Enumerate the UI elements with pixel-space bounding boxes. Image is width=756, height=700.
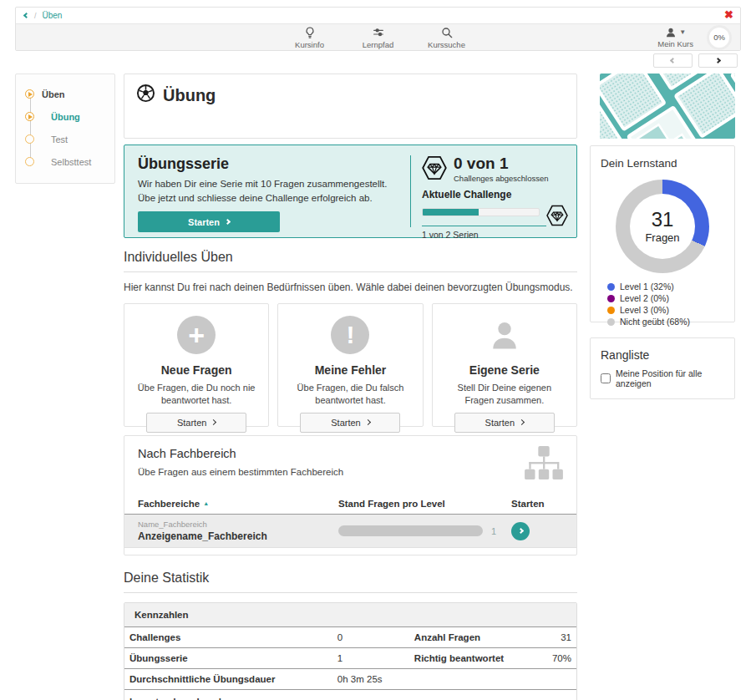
nav-item-lernpfad[interactable]: Lernpfad: [355, 26, 402, 49]
page-header: Übung: [124, 74, 577, 139]
sidebar-item-label: Übung: [51, 112, 80, 122]
current-challenge-label: Aktuelle Challenge: [422, 189, 568, 200]
legend-dot-level2: [607, 295, 615, 302]
person-icon: [433, 316, 576, 354]
mode-card-neue-fragen: + Neue Fragen Übe Fragen, die Du noch ni…: [124, 303, 269, 427]
rangliste-visibility-option: Meine Position für alle anzeigen: [601, 368, 724, 388]
sort-asc-icon: ▲: [203, 500, 209, 506]
lernstand-legend: Level 1 (32%) Level 2 (0%) Level 3 (0%) …: [601, 282, 724, 327]
challenge-count: 0 von 1: [454, 155, 549, 173]
challenge-caption: Challenges abgeschlossen: [454, 174, 549, 183]
sidebar-item-uebung[interactable]: Übung: [23, 105, 108, 128]
stat-row: Durchschnittliche Übungsdauer 0h 3m 25s: [124, 669, 576, 690]
start-button-label: Starten: [485, 418, 515, 428]
chevron-down-icon: ▼: [679, 28, 686, 36]
nav-item-kurssuche[interactable]: Kurssuche: [424, 26, 470, 49]
table-row[interactable]: Name_Fachbereich Anzeigename_Fachbereich…: [124, 515, 576, 548]
plus-icon: +: [177, 316, 216, 354]
section-title-statistik: Deine Statistik: [124, 571, 577, 593]
legend-dot-untrained: [607, 318, 615, 326]
legend-dot-level3: [607, 307, 615, 314]
level-progress-bar: [338, 525, 483, 536]
open-circle-icon: [25, 134, 34, 144]
breadcrumb-separator: /: [34, 12, 37, 20]
legend-item: Level 3 (0%): [607, 305, 724, 315]
close-icon[interactable]: ✖: [724, 9, 733, 21]
mode-description: Übe Fragen, die Du falsch beantwortet ha…: [278, 382, 422, 407]
course-outline: Üben Übung Test Selbsttest: [15, 74, 115, 184]
uebungsserie-title: Übungsserie: [138, 155, 398, 173]
lernstand-donut: 31 Fragen: [616, 180, 709, 273]
column-header-fachbereiche[interactable]: Fachbereiche▲: [138, 499, 338, 509]
fachbereich-start-button[interactable]: [511, 522, 530, 540]
challenge-gem-icon: [546, 205, 568, 230]
serien-progress-caption: 1 von 2 Serien: [422, 230, 568, 240]
sidebar-item-label: Selbsttest: [51, 157, 91, 167]
section-title-individuell: Individuelles Üben: [124, 250, 577, 272]
mode-title: Eigene Serie: [433, 363, 576, 377]
course-nav: Kursinfo Lernpfad Kurssuche: [16, 23, 740, 50]
rangliste-visibility-checkbox[interactable]: [601, 373, 611, 383]
mode-description: Übe Fragen, die Du noch nie beantwortet …: [124, 382, 268, 407]
play-circle-icon: [25, 89, 34, 99]
breadcrumb-back-button[interactable]: [24, 13, 28, 18]
course-map-image: [600, 74, 735, 139]
legend-item: Level 1 (32%): [607, 282, 724, 292]
column-header-starten: Starten: [511, 499, 563, 509]
sidebar-item-label: Üben: [42, 89, 65, 99]
challenge-progress-bar: [422, 208, 540, 216]
breadcrumb: / Üben ✖: [16, 8, 740, 23]
lernstand-center-value: 31: [652, 210, 674, 230]
nav-label: Mein Kurs: [657, 39, 693, 48]
lernstand-level-label: Lernstand pro Level: [129, 697, 571, 700]
uebungsserie-start-button[interactable]: Starten: [138, 211, 280, 232]
meine-fehler-start-button[interactable]: Starten: [300, 413, 400, 433]
start-button-label: Starten: [188, 217, 220, 227]
fachbereich-name: Name_Fachbereich: [138, 520, 338, 529]
eigene-serie-start-button[interactable]: Starten: [454, 413, 555, 433]
level-value: 1: [491, 526, 496, 536]
sidebar-item-selbsttest[interactable]: Selbsttest: [23, 150, 108, 173]
course-progress-badge: 0%: [707, 25, 732, 50]
fachbereich-title: Nach Fachbereich: [124, 447, 576, 460]
nav-item-kursinfo[interactable]: Kursinfo: [287, 26, 333, 49]
uebungsserie-card: Übungsserie Wir haben Dir eine Serie mit…: [124, 145, 577, 238]
sidebar-item-ueben[interactable]: Üben: [23, 83, 108, 105]
pager: [15, 53, 741, 68]
challenge-progress-fill: [423, 209, 479, 216]
top-bar: / Üben ✖ Kursinfo Lernpfad: [15, 7, 741, 51]
statistik-card-title: Kennzahlen: [124, 603, 576, 627]
legend-item: Level 2 (0%): [607, 293, 724, 303]
mein-kurs-menu[interactable]: ▼ Mein Kurs: [657, 27, 693, 48]
play-circle-icon: [25, 112, 34, 121]
neue-fragen-start-button[interactable]: Starten: [146, 413, 246, 433]
uebung-page: / Üben ✖ Kursinfo Lernpfad: [0, 0, 756, 700]
next-page-button[interactable]: [698, 53, 738, 68]
org-chart-icon: [525, 446, 563, 484]
start-button-label: Starten: [177, 418, 206, 428]
rangliste-card: Rangliste Meine Position für alle anzeig…: [590, 337, 735, 399]
rangliste-title: Rangliste: [601, 348, 724, 362]
prev-page-button[interactable]: [653, 53, 693, 68]
challenge-badge-icon: [422, 155, 447, 184]
person-icon: ▼: [665, 27, 686, 38]
uebungsserie-description: Wir haben Dir eine Serie mit 10 Fragen z…: [138, 177, 398, 205]
sidebar-item-test[interactable]: Test: [23, 128, 108, 150]
mode-card-meine-fehler: ! Meine Fehler Übe Fragen, die Du falsch…: [277, 303, 423, 427]
breadcrumb-current[interactable]: Üben: [43, 11, 63, 20]
mode-description: Stell Dir Deine eigenen Fragen zusammen.: [433, 382, 576, 407]
fachbereich-table-header: Fachbereiche▲ Stand Fragen pro Level Sta…: [124, 499, 576, 515]
lernstand-level-row: Lernstand pro Level 31: [124, 690, 576, 700]
exclamation-icon: !: [331, 316, 369, 354]
mode-title: Neue Fragen: [124, 363, 268, 377]
lernstand-title: Dein Lernstand: [601, 157, 724, 170]
sidebar-item-label: Test: [51, 134, 68, 145]
start-button-label: Starten: [331, 418, 360, 428]
stat-row: Challenges 0 Anzahl Fragen 31: [124, 627, 576, 648]
fachbereich-subtitle: Übe Fragen aus einem bestimmten Fachbere…: [124, 467, 576, 477]
search-icon: [440, 26, 454, 39]
lernstand-card: Dein Lernstand 31 Fragen Level 1 (32%) L…: [590, 145, 735, 322]
legend-dot-level1: [607, 283, 615, 291]
rangliste-checkbox-label: Meine Position für alle anzeigen: [616, 368, 724, 388]
mode-card-eigene-serie: Eigene Serie Stell Dir Deine eigenen Fra…: [432, 303, 577, 427]
